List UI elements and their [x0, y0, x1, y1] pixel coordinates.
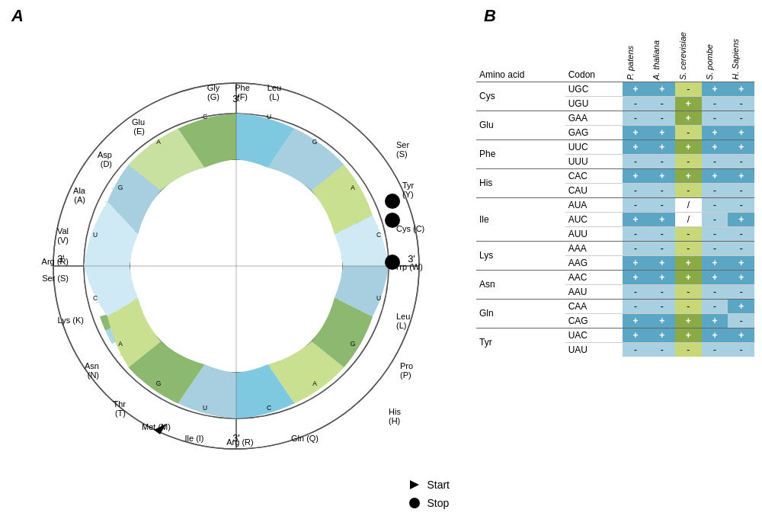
value-cell: +: [728, 328, 754, 342]
value-cell: +: [702, 328, 728, 342]
svg-text:(Y): (Y): [402, 190, 414, 199]
value-cell: -: [623, 96, 649, 111]
value-cell: -: [675, 125, 702, 139]
panel-a: A G U: [0, 0, 472, 532]
value-cell: -: [702, 284, 728, 299]
amino-acid-cell: Asn: [476, 270, 565, 299]
value-cell: +: [623, 125, 649, 139]
panel-b-label: B: [484, 6, 496, 26]
value-cell: -: [648, 241, 675, 255]
svg-point-236: [385, 213, 400, 228]
codon-cell: AAC: [565, 270, 623, 284]
value-cell: +: [623, 139, 649, 154]
value-cell: +: [648, 139, 675, 154]
svg-text:U: U: [376, 294, 381, 302]
value-cell: +: [702, 125, 728, 139]
value-cell: +: [648, 125, 675, 139]
codon-cell: UGU: [565, 96, 623, 111]
svg-text:U: U: [267, 113, 271, 120]
value-cell: -: [675, 284, 702, 299]
svg-text:C: C: [203, 113, 207, 120]
svg-point-237: [385, 255, 400, 270]
value-cell: +: [728, 255, 754, 270]
value-cell: +: [702, 270, 728, 284]
panel-a-label: A: [11, 6, 24, 26]
codon-cell: CAG: [565, 313, 623, 328]
value-cell: +: [648, 313, 675, 328]
svg-text:(T): (T): [115, 409, 126, 418]
value-cell: -: [702, 226, 728, 241]
amino-acid-cell: Lys: [476, 241, 565, 270]
svg-text:Asp: Asp: [98, 150, 112, 159]
value-cell: +: [623, 168, 649, 183]
svg-text:Phe: Phe: [235, 83, 250, 92]
value-cell: -: [675, 82, 702, 96]
svg-text:A: A: [156, 138, 161, 146]
value-cell: -: [623, 154, 649, 168]
value-cell: -: [702, 154, 728, 168]
table-row: CysUGC++-++: [476, 82, 754, 96]
codon-cell: AAG: [565, 255, 623, 270]
value-cell: -: [702, 197, 728, 212]
svg-text:Cys (C): Cys (C): [396, 224, 424, 233]
svg-text:Tyr: Tyr: [402, 181, 415, 190]
value-cell: +: [702, 313, 728, 328]
svg-text:Arg (R): Arg (R): [42, 257, 69, 266]
svg-text:Glu: Glu: [132, 117, 145, 127]
value-cell: +: [702, 255, 728, 270]
svg-text:Leu: Leu: [396, 312, 410, 321]
codon-cell: UUU: [565, 154, 623, 168]
value-cell: -: [728, 241, 754, 255]
value-cell: +: [675, 96, 702, 111]
value-cell: -: [648, 197, 675, 212]
value-cell: -: [623, 241, 649, 255]
value-cell: -: [728, 96, 754, 111]
value-cell: +: [675, 255, 702, 270]
svg-text:Arg (R): Arg (R): [226, 437, 253, 447]
value-cell: -: [648, 299, 675, 313]
svg-text:A: A: [118, 340, 123, 348]
codon-cell: GAA: [565, 111, 623, 125]
legend-stop-label: Stop: [427, 497, 449, 509]
value-cell: -: [648, 226, 675, 241]
value-cell: +: [702, 82, 728, 96]
codon-wheel: G U C A 5': [38, 68, 434, 464]
legend-stop: Stop: [408, 497, 450, 509]
codon-cell: UGC: [565, 82, 623, 96]
codon-cell: AUC: [565, 212, 623, 226]
value-cell: -: [648, 342, 675, 357]
svg-text:(D): (D): [101, 159, 112, 168]
value-cell: +: [623, 255, 649, 270]
table-row: TyrUAC+++++: [476, 328, 754, 342]
amino-acid-cell: His: [476, 168, 565, 197]
svg-text:(E): (E): [133, 127, 145, 136]
value-cell: +: [623, 313, 649, 328]
value-cell: -: [728, 197, 754, 212]
svg-text:G: G: [351, 340, 356, 348]
value-cell: -: [675, 183, 702, 197]
svg-text:A: A: [312, 380, 317, 387]
svg-text:(G): (G): [207, 92, 219, 101]
svg-text:C: C: [267, 404, 271, 412]
value-cell: -: [623, 183, 649, 197]
svg-text:(N): (N): [88, 370, 99, 380]
svg-text:Ser (S): Ser (S): [42, 274, 69, 283]
svg-text:(L): (L): [269, 92, 279, 101]
svg-text:C: C: [376, 231, 381, 239]
codon-cell: UAU: [565, 342, 623, 357]
value-cell: +: [648, 328, 675, 342]
value-cell: -: [728, 183, 754, 197]
codon-cell: UUC: [565, 139, 623, 154]
value-cell: -: [623, 284, 649, 299]
value-cell: /: [675, 212, 702, 226]
panel-b: B Amino acid Codon P. patens A. thaliana…: [472, 0, 762, 532]
value-cell: +: [623, 212, 649, 226]
value-cell: -: [675, 226, 702, 241]
table-row: HisCAC+++++: [476, 168, 754, 183]
codon-cell: UAC: [565, 328, 623, 342]
value-cell: -: [702, 342, 728, 357]
amino-acid-cell: Ile: [476, 197, 565, 241]
svg-text:U: U: [203, 404, 207, 412]
svg-text:(A): (A): [74, 195, 85, 204]
value-cell: +: [675, 168, 702, 183]
